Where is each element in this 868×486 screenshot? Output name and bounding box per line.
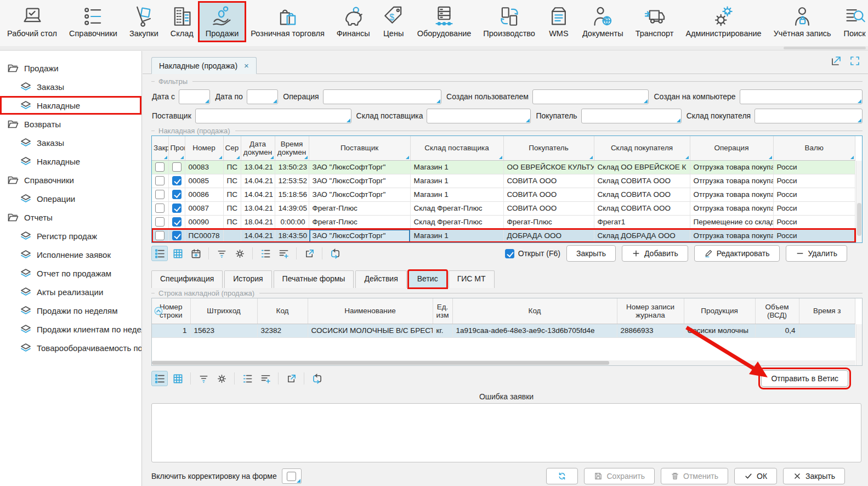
invoice-cell[interactable]: Магазин 1 bbox=[410, 229, 503, 242]
checkbox[interactable] bbox=[287, 472, 296, 481]
toolbar-item-account[interactable]: Учётная запись bbox=[768, 3, 837, 41]
spec-cell[interactable]: 0,4 bbox=[755, 324, 799, 337]
invoice-cell[interactable]: СОВИТА ООО bbox=[503, 188, 594, 201]
checkbox[interactable] bbox=[172, 176, 181, 185]
sidebar-folder-returns[interactable]: Возвраты bbox=[0, 115, 141, 133]
invoice-cell[interactable]: Склад Фрегат-Плюс bbox=[410, 215, 503, 229]
spec-horizontal-scrollbar[interactable] bbox=[152, 360, 855, 365]
invoice-cell[interactable]: Росси bbox=[773, 174, 855, 188]
spec-cell[interactable]: 1a919caa-ade6-48e3-ae9c-13d6b705fd4e bbox=[452, 324, 617, 337]
invoice-cell[interactable]: Склад ДОБРАДА ООО bbox=[594, 229, 690, 242]
sidebar-item-client-sales-by-week[interactable]: Продажи клиентам по неделя bbox=[0, 320, 141, 338]
proved-cell[interactable] bbox=[168, 229, 185, 242]
close-button[interactable]: Закрыть bbox=[783, 468, 845, 484]
spec-row[interactable]: 11562332382СОСИСКИ МОЛОЧНЫЕ В/С БРЕСТ 1к… bbox=[152, 324, 855, 337]
invoice-cell[interactable]: 15:18:56 bbox=[275, 188, 309, 201]
ok-button[interactable]: ОК bbox=[734, 468, 777, 484]
column-header[interactable]: Время докумен bbox=[275, 136, 309, 160]
sidebar-folder-sales[interactable]: Продажи bbox=[0, 59, 141, 77]
invoice-row[interactable]: 00087ПС13.04.2114:39:05Фрегат-ПлюсСклад … bbox=[152, 201, 855, 215]
invoice-cell[interactable]: ЗАО "ЛюксСофтТорг" bbox=[309, 174, 410, 188]
created-by-user-input[interactable] bbox=[533, 90, 648, 104]
sidebar-item-order-fulfillment[interactable]: Исполнение заявок bbox=[0, 245, 141, 264]
invoice-row[interactable]: 00086ПС14.04.2115:18:56ЗАО "ЛюксСофтТорг… bbox=[152, 188, 855, 201]
invoice-cell[interactable] bbox=[223, 229, 241, 242]
spec-cell[interactable]: 28866933 bbox=[617, 324, 684, 337]
refresh-cycle-button[interactable] bbox=[309, 371, 325, 386]
date-to-input[interactable] bbox=[247, 90, 278, 104]
toolbar-item-finance[interactable]: Финансы bbox=[331, 3, 376, 41]
tab-gis-mt[interactable]: ГИС МТ bbox=[449, 270, 495, 288]
closed-cell[interactable] bbox=[152, 215, 168, 229]
checkbox[interactable] bbox=[155, 176, 164, 185]
column-header[interactable]: Номер bbox=[185, 136, 223, 160]
toolbar-item-retail[interactable]: Розничная торговля bbox=[245, 3, 331, 41]
date-from-input[interactable] bbox=[179, 90, 210, 104]
checkbox[interactable] bbox=[155, 204, 164, 213]
invoice-cell[interactable]: Росси bbox=[773, 229, 855, 242]
cancel-button[interactable]: Отменить bbox=[661, 468, 728, 484]
toolbar-item-documents[interactable]: Документы bbox=[576, 3, 629, 41]
invoice-cell[interactable]: 14.04.21 bbox=[241, 188, 275, 201]
invoice-cell[interactable]: ЗАО "ЛюксСофтТорг" bbox=[309, 229, 410, 242]
invoice-row[interactable]: 00083ПС13.04.2113:50:23ЗАО "ЛюксСофтТорг… bbox=[152, 160, 855, 174]
toolbar-item-search[interactable]: Поиск bbox=[837, 3, 868, 41]
column-header[interactable]: Дата докумен bbox=[241, 136, 275, 160]
invoice-cell[interactable]: Росси bbox=[773, 215, 855, 229]
add-row-button[interactable] bbox=[257, 371, 274, 386]
list-view-button[interactable] bbox=[151, 371, 168, 386]
column-header[interactable]: Продукция bbox=[684, 298, 755, 324]
supplier-warehouse-input[interactable] bbox=[427, 109, 530, 123]
add-button[interactable]: Добавить bbox=[622, 245, 688, 262]
open-f6-checkbox[interactable]: Открыт (F6) bbox=[505, 249, 560, 258]
column-header[interactable]: Штрихкод bbox=[190, 298, 257, 324]
closed-cell[interactable] bbox=[152, 174, 168, 188]
invoice-cell[interactable]: Магазин 1 bbox=[410, 160, 503, 174]
invoice-cell[interactable]: 0:00:00 bbox=[275, 215, 309, 229]
toolbar-item-warehouse[interactable]: Склад bbox=[164, 3, 200, 41]
proved-cell[interactable] bbox=[168, 215, 185, 229]
invoice-cell[interactable]: Перемещение со склада на магазин bbox=[690, 215, 773, 229]
invoice-cell[interactable]: 00085 bbox=[185, 174, 223, 188]
invoice-cell[interactable]: Склад СОВИТА ООО bbox=[594, 174, 690, 188]
invoice-cell[interactable]: 00083 bbox=[185, 160, 223, 174]
scrollbar-thumb[interactable] bbox=[784, 47, 866, 49]
invoice-cell[interactable]: Склад ОО ЕВРЕЙСКОЕ К bbox=[594, 160, 690, 174]
column-header[interactable]: Валю bbox=[773, 136, 855, 160]
column-header[interactable]: Код bbox=[257, 298, 308, 324]
invoice-cell[interactable]: Росси bbox=[773, 160, 855, 174]
invoice-cell[interactable]: Магазин 1 bbox=[410, 174, 503, 188]
invoice-cell[interactable]: ДОБРАДА ООО bbox=[503, 229, 594, 242]
toolbar-item-directories[interactable]: Справочники bbox=[63, 3, 123, 41]
invoice-cell[interactable]: 18:43:50 bbox=[275, 229, 309, 242]
checkbox[interactable] bbox=[172, 162, 181, 172]
calendar-button[interactable] bbox=[188, 246, 204, 261]
sidebar-item-sales-invoices[interactable]: Накладные bbox=[0, 96, 141, 115]
toolbar-item-production[interactable]: Производство bbox=[477, 3, 541, 41]
invoice-cell[interactable]: Фрегат-Плюс bbox=[503, 215, 594, 229]
spec-cell[interactable]: 1 bbox=[152, 324, 190, 337]
invoice-cell[interactable]: ПС00078 bbox=[185, 229, 223, 242]
invoice-cell[interactable]: Фрегат-Плюс bbox=[309, 201, 410, 215]
spec-cell[interactable]: СОСИСКИ МОЛОЧНЫЕ В/С БРЕСТ 1 bbox=[308, 324, 433, 337]
invoice-row[interactable]: 00085ПС14.04.2112:53:52ЗАО "ЛюксСофтТорг… bbox=[152, 174, 855, 188]
invoice-row[interactable]: ПС0007814.04.2118:43:50ЗАО "ЛюксСофтТорг… bbox=[152, 229, 855, 242]
invoice-cell[interactable]: Отгрузка товара покупателю bbox=[690, 174, 773, 188]
invoice-cell[interactable]: Склад СОВИТА ООО bbox=[594, 188, 690, 201]
tab-specification[interactable]: Спецификация bbox=[151, 270, 223, 288]
invoice-cell[interactable]: Отгрузка товара покупателю bbox=[690, 188, 773, 201]
invoice-cell[interactable]: ЗАО "ЛюксСофтТорг" bbox=[309, 160, 410, 174]
column-header[interactable]: Номер записи журнала bbox=[617, 298, 684, 324]
operation-input[interactable] bbox=[324, 90, 441, 104]
toolbar-item-transport[interactable]: Транспорт bbox=[629, 3, 680, 41]
spec-cell[interactable] bbox=[799, 324, 855, 337]
sidebar-folder-reports[interactable]: Отчеты bbox=[0, 208, 141, 227]
toolbar-item-sales[interactable]: Продажи bbox=[200, 3, 245, 41]
invoice-cell[interactable]: 18.04.21 bbox=[241, 215, 275, 229]
checkbox[interactable] bbox=[155, 217, 164, 227]
scrollbar-thumb[interactable] bbox=[857, 203, 861, 236]
sidebar-item-operations[interactable]: Операции bbox=[0, 189, 141, 208]
toolbar-item-desktop[interactable]: Рабочий стол bbox=[1, 3, 63, 41]
invoice-cell[interactable]: 14.04.21 bbox=[241, 174, 275, 188]
invoice-cell[interactable]: 00086 bbox=[185, 188, 223, 201]
